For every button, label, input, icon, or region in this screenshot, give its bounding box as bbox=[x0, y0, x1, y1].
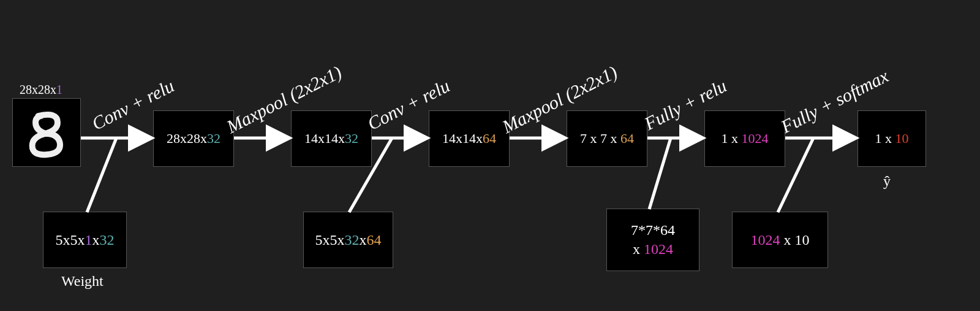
f1-b: 32 bbox=[207, 131, 221, 146]
f2-a: 14x14x bbox=[304, 131, 345, 146]
weight-fc1: 7*7*64x 1024 bbox=[606, 209, 699, 271]
w3-top: 7*7*64 bbox=[631, 222, 675, 238]
f5-b: 1024 bbox=[742, 131, 769, 146]
weight-conv1: 5x5x1x32 bbox=[43, 212, 127, 268]
f6-a: 1 x bbox=[875, 131, 895, 146]
input-dim-label: 28x28x1 bbox=[20, 83, 62, 97]
w4-a: 1024 bbox=[751, 232, 780, 248]
f4-b: 64 bbox=[620, 131, 634, 146]
feature-output: 1 x 10 bbox=[858, 110, 926, 167]
f3-b: 64 bbox=[483, 131, 496, 146]
f1-a: 28x28x bbox=[167, 131, 207, 146]
input-dim-b: 1 bbox=[56, 83, 62, 96]
feature-pool2: 7 x 7 x 64 bbox=[567, 110, 647, 167]
w3-bot-a: x bbox=[633, 241, 644, 257]
w1-a: 5x5x bbox=[56, 232, 85, 248]
feature-fc1: 1 x 1024 bbox=[704, 110, 785, 167]
w2-c: x bbox=[360, 232, 367, 248]
weight-fc2: 1024 x 10 bbox=[732, 212, 828, 268]
weight-conv2: 5x5x32x64 bbox=[303, 212, 393, 268]
w2-a: 5x5x bbox=[315, 232, 345, 248]
w2-b: 32 bbox=[345, 232, 360, 248]
w4-b: x 10 bbox=[780, 232, 810, 248]
w1-b: 1 bbox=[85, 232, 92, 248]
w1-c: x bbox=[92, 232, 100, 248]
yhat-label: ŷ bbox=[883, 173, 891, 190]
svg-line-8 bbox=[649, 138, 671, 209]
feature-conv2: 14x14x64 bbox=[429, 110, 510, 167]
weight-label: Weight bbox=[61, 273, 104, 290]
f6-b: 10 bbox=[895, 131, 909, 146]
mnist-8-glyph bbox=[19, 105, 74, 160]
input-dim-a: 28x28x bbox=[20, 83, 56, 96]
svg-line-6 bbox=[87, 138, 116, 212]
f3-a: 14x14x bbox=[442, 131, 483, 146]
f2-b: 32 bbox=[345, 131, 358, 146]
feature-conv1: 28x28x32 bbox=[153, 110, 234, 167]
feature-pool1: 14x14x32 bbox=[291, 110, 372, 167]
f4-a: 7 x 7 x bbox=[580, 131, 620, 146]
f5-a: 1 x bbox=[722, 131, 742, 146]
input-image bbox=[12, 98, 81, 167]
w2-d: 64 bbox=[367, 232, 382, 248]
w1-d: 32 bbox=[100, 232, 115, 248]
w3-bot-b: 1024 bbox=[644, 241, 673, 257]
